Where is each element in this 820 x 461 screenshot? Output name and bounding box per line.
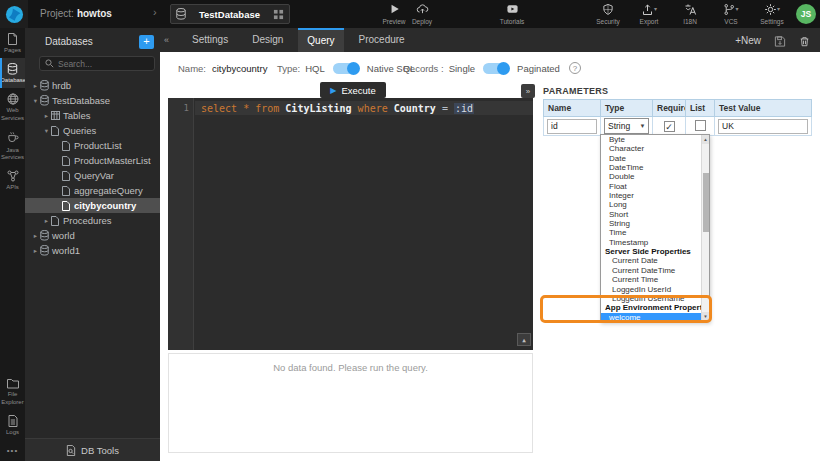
tree-item-aggregateQuery[interactable]: aggregateQuery: [25, 183, 160, 198]
dropdown-option-Current Date[interactable]: Current Date: [601, 256, 701, 265]
app-logo[interactable]: [0, 0, 28, 28]
dropdown-option-welcome[interactable]: welcome: [601, 313, 701, 321]
security-button[interactable]: Security: [592, 3, 624, 25]
records-option-single[interactable]: Single: [449, 63, 475, 74]
dropdown-option-Short[interactable]: Short: [601, 210, 701, 219]
records-option-paginated[interactable]: Paginated: [517, 63, 560, 74]
rail-item-logs[interactable]: Logs: [0, 410, 25, 440]
dropdown-option-Timestamp[interactable]: Timestamp: [601, 238, 701, 247]
rail-more-button[interactable]: •••: [0, 440, 25, 461]
i18n-button[interactable]: I18N: [674, 3, 706, 25]
collapse-sidebar-icon[interactable]: «: [164, 35, 169, 45]
tree-collapsed-arrow-icon[interactable]: ▸: [31, 82, 40, 90]
export-icon: ▾: [633, 3, 665, 16]
rail-item-apis[interactable]: APIs: [0, 165, 25, 195]
vcs-button[interactable]: ▾ VCS: [715, 3, 747, 25]
rail-item-databases[interactable]: Databases: [0, 58, 25, 88]
dropdown-option-Float[interactable]: Float: [601, 182, 701, 191]
tree-collapsed-arrow-icon[interactable]: ▸: [42, 217, 51, 225]
dropdown-option-Integer[interactable]: Integer: [601, 191, 701, 200]
dropdown-option-Double[interactable]: Double: [601, 172, 701, 181]
dropdown-scrollbar[interactable]: ▲ ▼: [701, 135, 709, 321]
tree-item-QueryVar[interactable]: QueryVar: [25, 168, 160, 183]
tutorials-button[interactable]: Tutorials: [494, 3, 530, 25]
tree-item-hrdb[interactable]: ▸hrdb: [25, 78, 160, 93]
add-database-button[interactable]: +: [139, 35, 154, 49]
dropdown-option-LoggedIn UserId[interactable]: LoggedIn UserId: [601, 285, 701, 294]
tree-item-ProductList[interactable]: ProductList: [25, 138, 160, 153]
tree-item-Tables[interactable]: ▸Tables: [25, 108, 160, 123]
tree-expanded-arrow-icon[interactable]: ▾: [31, 97, 40, 105]
tree-item-ProductMasterList[interactable]: ProductMasterList: [25, 153, 160, 168]
scrollbar-thumb[interactable]: [703, 173, 709, 232]
param-type-select[interactable]: String ▼: [604, 118, 649, 134]
database-icon: [7, 63, 18, 75]
tree-collapsed-arrow-icon[interactable]: ▸: [31, 232, 40, 240]
dropdown-option-Character[interactable]: Character: [601, 144, 701, 153]
deploy-button[interactable]: Deploy: [404, 3, 440, 25]
tree-item-world[interactable]: ▸world: [25, 228, 160, 243]
dropdown-option-Long[interactable]: Long: [601, 200, 701, 209]
user-avatar[interactable]: JS: [796, 4, 816, 24]
param-name-input[interactable]: [547, 119, 597, 134]
tree-expanded-arrow-icon[interactable]: ▾: [42, 127, 51, 135]
tab-procedure[interactable]: Procedure: [350, 28, 414, 52]
dropdown-option-Byte[interactable]: Byte: [601, 135, 701, 144]
dropdown-option-String[interactable]: String: [601, 219, 701, 228]
collapse-parameters-icon[interactable]: »: [521, 84, 535, 98]
rail-item-java-services[interactable]: Java Services: [0, 126, 25, 165]
rail-item-web-services[interactable]: Web Services: [0, 88, 25, 125]
toggle-knob: [497, 62, 510, 75]
dropdown-option-LoggedIn Username[interactable]: LoggedIn Username: [601, 294, 701, 303]
type-option-hql[interactable]: HQL: [305, 63, 325, 74]
database-selector[interactable]: TestDatabase: [170, 4, 290, 24]
delete-query-button[interactable]: [799, 34, 810, 47]
tree-item-Procedures[interactable]: ▸Procedures: [25, 213, 160, 228]
dropdown-option-Date[interactable]: Date: [601, 154, 701, 163]
search-input[interactable]: [58, 59, 149, 69]
sidebar-search[interactable]: [39, 56, 155, 71]
dropdown-option-Time[interactable]: Time: [601, 228, 701, 237]
dropdown-option-Current DateTime[interactable]: Current DateTime: [601, 266, 701, 275]
dropdown-option-DateTime[interactable]: DateTime: [601, 163, 701, 172]
required-checkbox[interactable]: ✓: [664, 121, 675, 132]
settings-button[interactable]: ▾ Settings: [756, 3, 788, 25]
tab-settings[interactable]: Settings: [183, 28, 237, 52]
tab-query[interactable]: Query: [298, 28, 343, 52]
records-toggle[interactable]: [483, 63, 509, 74]
sql-editor[interactable]: 1 select * from CityListing where Countr…: [168, 98, 533, 350]
execute-button[interactable]: ▶ Execute: [320, 82, 386, 98]
breadcrumb-chevron-icon: ›: [153, 6, 157, 18]
top-bar: Project:howtos › TestDatabase Preview De…: [0, 0, 820, 28]
scroll-up-icon[interactable]: ▲: [702, 135, 709, 144]
records-label: Records :: [403, 63, 444, 74]
sql-code-line[interactable]: select * from CityListing where Country …: [201, 103, 474, 114]
editor-expand-button[interactable]: ▲: [517, 333, 531, 346]
dropdown-option-Current Time[interactable]: Current Time: [601, 275, 701, 284]
type-label: Type:: [277, 63, 300, 74]
rail-item-file-explorer[interactable]: File Explorer: [0, 373, 25, 409]
param-test-value-input[interactable]: [718, 119, 808, 134]
tree-item-world1[interactable]: ▸world1: [25, 243, 160, 258]
export-button[interactable]: ▾ Export: [633, 3, 665, 25]
list-checkbox[interactable]: [695, 120, 706, 131]
tree-item-citybycountry[interactable]: citybycountry: [25, 198, 160, 213]
tabbar-actions: +New: [735, 34, 820, 47]
save-export-button[interactable]: [774, 34, 786, 47]
parameters-header-row: Name Type Required List Test Value: [544, 100, 812, 117]
tree-item-TestDatabase[interactable]: ▾TestDatabase: [25, 93, 160, 108]
help-icon[interactable]: ?: [569, 62, 581, 74]
new-query-button[interactable]: +New: [735, 35, 761, 46]
coffee-cup-icon: [7, 131, 19, 143]
tree-collapsed-arrow-icon[interactable]: ▸: [31, 247, 40, 255]
rail-item-pages[interactable]: Pages: [0, 28, 25, 58]
tree-item-label: ProductMasterList: [74, 155, 151, 166]
tree-item-Queries[interactable]: ▾Queries: [25, 123, 160, 138]
tree-collapsed-arrow-icon[interactable]: ▸: [42, 112, 51, 120]
type-toggle[interactable]: [333, 63, 359, 74]
tab-design[interactable]: Design: [243, 28, 292, 52]
db-tools-button[interactable]: DB Tools: [25, 438, 160, 461]
scroll-down-icon[interactable]: ▼: [702, 312, 709, 321]
globe-icon: [7, 93, 19, 105]
project-name: howtos: [77, 8, 112, 19]
